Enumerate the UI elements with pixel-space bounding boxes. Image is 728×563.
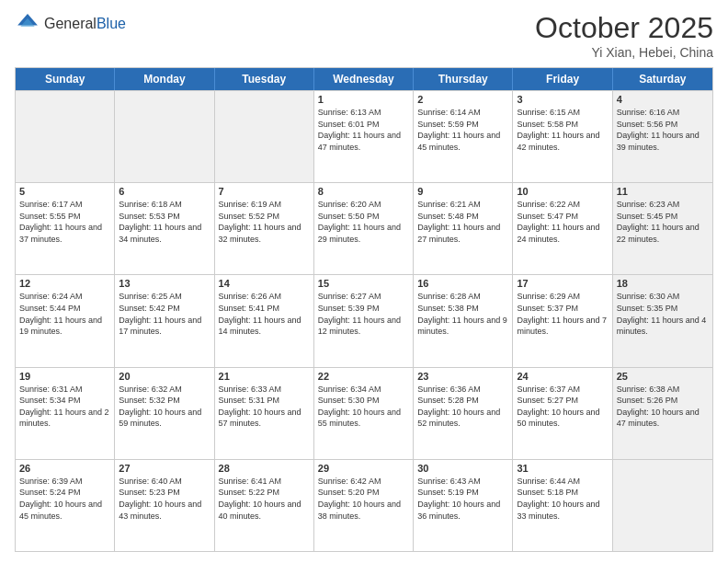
day-number: 22 xyxy=(318,371,409,382)
calendar-cell: 2Sunrise: 6:14 AM Sunset: 5:59 PM Daylig… xyxy=(414,91,513,182)
calendar-cell: 18Sunrise: 6:30 AM Sunset: 5:35 PM Dayli… xyxy=(613,275,712,366)
day-number: 21 xyxy=(219,371,310,382)
day-info: Sunrise: 6:13 AM Sunset: 6:01 PM Dayligh… xyxy=(318,107,409,153)
calendar-cell xyxy=(613,460,712,551)
day-info: Sunrise: 6:41 AM Sunset: 5:22 PM Dayligh… xyxy=(219,476,310,522)
logo-icon xyxy=(15,11,40,37)
calendar-row-5: 26Sunrise: 6:39 AM Sunset: 5:24 PM Dayli… xyxy=(16,459,712,551)
calendar-header: SundayMondayTuesdayWednesdayThursdayFrid… xyxy=(16,68,712,90)
calendar-cell: 21Sunrise: 6:33 AM Sunset: 5:31 PM Dayli… xyxy=(215,368,314,459)
calendar-cell: 26Sunrise: 6:39 AM Sunset: 5:24 PM Dayli… xyxy=(16,460,115,551)
day-info: Sunrise: 6:30 AM Sunset: 5:35 PM Dayligh… xyxy=(617,291,709,337)
calendar-cell: 22Sunrise: 6:34 AM Sunset: 5:30 PM Dayli… xyxy=(314,368,414,459)
day-info: Sunrise: 6:36 AM Sunset: 5:28 PM Dayligh… xyxy=(417,384,508,430)
calendar-row-4: 19Sunrise: 6:31 AM Sunset: 5:34 PM Dayli… xyxy=(16,367,712,459)
calendar-cell: 14Sunrise: 6:26 AM Sunset: 5:41 PM Dayli… xyxy=(215,275,314,366)
day-info: Sunrise: 6:42 AM Sunset: 5:20 PM Dayligh… xyxy=(318,476,409,522)
calendar-cell: 12Sunrise: 6:24 AM Sunset: 5:44 PM Dayli… xyxy=(16,275,115,366)
day-info: Sunrise: 6:23 AM Sunset: 5:45 PM Dayligh… xyxy=(617,199,709,245)
day-info: Sunrise: 6:28 AM Sunset: 5:38 PM Dayligh… xyxy=(417,291,508,337)
day-number: 15 xyxy=(318,278,409,289)
month-title: October 2025 xyxy=(535,11,713,45)
day-info: Sunrise: 6:14 AM Sunset: 5:59 PM Dayligh… xyxy=(417,107,508,153)
day-number: 28 xyxy=(219,463,310,474)
weekday-header-monday: Monday xyxy=(115,68,214,90)
day-info: Sunrise: 6:24 AM Sunset: 5:44 PM Dayligh… xyxy=(19,291,110,337)
day-number: 20 xyxy=(119,371,210,382)
day-number: 29 xyxy=(318,463,409,474)
day-info: Sunrise: 6:26 AM Sunset: 5:41 PM Dayligh… xyxy=(219,291,310,337)
day-number: 24 xyxy=(517,371,608,382)
weekday-header-tuesday: Tuesday xyxy=(215,68,314,90)
calendar-cell: 7Sunrise: 6:19 AM Sunset: 5:52 PM Daylig… xyxy=(215,183,314,274)
header: GeneralBlue October 2025 Yi Xian, Hebei,… xyxy=(15,11,713,60)
day-number: 7 xyxy=(219,186,310,197)
calendar-cell: 6Sunrise: 6:18 AM Sunset: 5:53 PM Daylig… xyxy=(115,183,214,274)
calendar-cell: 19Sunrise: 6:31 AM Sunset: 5:34 PM Dayli… xyxy=(16,368,115,459)
day-info: Sunrise: 6:16 AM Sunset: 5:56 PM Dayligh… xyxy=(617,107,709,153)
day-info: Sunrise: 6:29 AM Sunset: 5:37 PM Dayligh… xyxy=(517,291,608,337)
calendar-cell: 15Sunrise: 6:27 AM Sunset: 5:39 PM Dayli… xyxy=(314,275,414,366)
day-info: Sunrise: 6:33 AM Sunset: 5:31 PM Dayligh… xyxy=(219,384,310,430)
day-number: 4 xyxy=(617,94,709,105)
weekday-header-sunday: Sunday xyxy=(16,68,115,90)
day-number: 27 xyxy=(119,463,210,474)
weekday-header-friday: Friday xyxy=(513,68,612,90)
day-number: 2 xyxy=(417,94,508,105)
day-number: 3 xyxy=(517,94,608,105)
day-info: Sunrise: 6:21 AM Sunset: 5:48 PM Dayligh… xyxy=(417,199,508,245)
calendar-cell: 23Sunrise: 6:36 AM Sunset: 5:28 PM Dayli… xyxy=(414,368,513,459)
day-number: 13 xyxy=(119,278,210,289)
day-info: Sunrise: 6:15 AM Sunset: 5:58 PM Dayligh… xyxy=(517,107,608,153)
day-info: Sunrise: 6:40 AM Sunset: 5:23 PM Dayligh… xyxy=(119,476,210,522)
calendar-cell: 16Sunrise: 6:28 AM Sunset: 5:38 PM Dayli… xyxy=(414,275,513,366)
day-number: 23 xyxy=(417,371,508,382)
calendar-cell: 29Sunrise: 6:42 AM Sunset: 5:20 PM Dayli… xyxy=(314,460,414,551)
day-number: 6 xyxy=(119,186,210,197)
calendar-cell: 11Sunrise: 6:23 AM Sunset: 5:45 PM Dayli… xyxy=(613,183,712,274)
day-info: Sunrise: 6:27 AM Sunset: 5:39 PM Dayligh… xyxy=(318,291,409,337)
day-number: 16 xyxy=(417,278,508,289)
day-info: Sunrise: 6:19 AM Sunset: 5:52 PM Dayligh… xyxy=(219,199,310,245)
calendar-cell: 28Sunrise: 6:41 AM Sunset: 5:22 PM Dayli… xyxy=(215,460,314,551)
page: GeneralBlue October 2025 Yi Xian, Hebei,… xyxy=(0,0,728,563)
calendar-cell: 25Sunrise: 6:38 AM Sunset: 5:26 PM Dayli… xyxy=(613,368,712,459)
weekday-header-saturday: Saturday xyxy=(613,68,712,90)
day-number: 12 xyxy=(19,278,110,289)
day-number: 11 xyxy=(617,186,709,197)
calendar-cell: 17Sunrise: 6:29 AM Sunset: 5:37 PM Dayli… xyxy=(513,275,612,366)
day-info: Sunrise: 6:32 AM Sunset: 5:32 PM Dayligh… xyxy=(119,384,210,430)
day-number: 1 xyxy=(318,94,409,105)
day-info: Sunrise: 6:38 AM Sunset: 5:26 PM Dayligh… xyxy=(617,384,709,430)
calendar-body: 1Sunrise: 6:13 AM Sunset: 6:01 PM Daylig… xyxy=(16,90,712,551)
weekday-header-thursday: Thursday xyxy=(414,68,513,90)
title-area: October 2025 Yi Xian, Hebei, China xyxy=(535,11,713,60)
calendar-cell xyxy=(16,91,115,182)
day-info: Sunrise: 6:37 AM Sunset: 5:27 PM Dayligh… xyxy=(517,384,608,430)
calendar-row-1: 1Sunrise: 6:13 AM Sunset: 6:01 PM Daylig… xyxy=(16,90,712,182)
day-info: Sunrise: 6:43 AM Sunset: 5:19 PM Dayligh… xyxy=(417,476,508,522)
calendar-cell: 1Sunrise: 6:13 AM Sunset: 6:01 PM Daylig… xyxy=(314,91,414,182)
day-info: Sunrise: 6:22 AM Sunset: 5:47 PM Dayligh… xyxy=(517,199,608,245)
day-info: Sunrise: 6:18 AM Sunset: 5:53 PM Dayligh… xyxy=(119,199,210,245)
calendar-cell: 4Sunrise: 6:16 AM Sunset: 5:56 PM Daylig… xyxy=(613,91,712,182)
calendar-cell xyxy=(115,91,214,182)
calendar-cell: 9Sunrise: 6:21 AM Sunset: 5:48 PM Daylig… xyxy=(414,183,513,274)
calendar-cell: 27Sunrise: 6:40 AM Sunset: 5:23 PM Dayli… xyxy=(115,460,214,551)
day-info: Sunrise: 6:39 AM Sunset: 5:24 PM Dayligh… xyxy=(19,476,110,522)
day-number: 26 xyxy=(19,463,110,474)
calendar-cell: 31Sunrise: 6:44 AM Sunset: 5:18 PM Dayli… xyxy=(513,460,612,551)
day-number: 30 xyxy=(417,463,508,474)
calendar-row-3: 12Sunrise: 6:24 AM Sunset: 5:44 PM Dayli… xyxy=(16,274,712,366)
logo: GeneralBlue xyxy=(15,11,126,37)
day-info: Sunrise: 6:44 AM Sunset: 5:18 PM Dayligh… xyxy=(517,476,608,522)
location-subtitle: Yi Xian, Hebei, China xyxy=(535,45,713,60)
calendar: SundayMondayTuesdayWednesdayThursdayFrid… xyxy=(15,67,713,552)
calendar-cell: 3Sunrise: 6:15 AM Sunset: 5:58 PM Daylig… xyxy=(513,91,612,182)
day-info: Sunrise: 6:17 AM Sunset: 5:55 PM Dayligh… xyxy=(19,199,110,245)
day-number: 19 xyxy=(19,371,110,382)
day-info: Sunrise: 6:31 AM Sunset: 5:34 PM Dayligh… xyxy=(19,384,110,430)
day-number: 18 xyxy=(617,278,709,289)
day-number: 17 xyxy=(517,278,608,289)
day-number: 14 xyxy=(219,278,310,289)
